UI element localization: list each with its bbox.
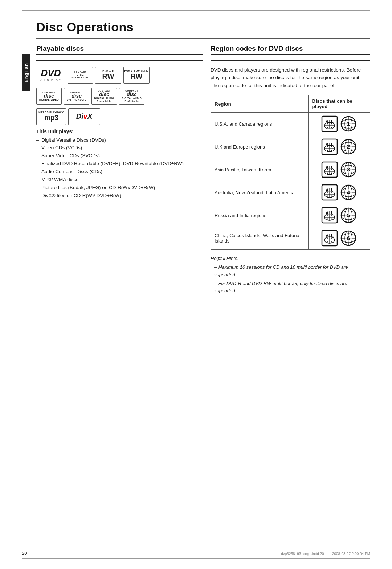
region-discs: ALL 4 [308, 181, 370, 204]
cd-digital-audio-recordable-logo: COMPACT disc DIGITAL AUDIORecordable [91, 88, 117, 105]
cd-digital-video-logo: COMPACT disc DIGITAL VIDEO [36, 88, 62, 105]
region-discs: ALL 1 [308, 113, 370, 135]
table-header-row: Region Discs that can be played [211, 95, 370, 113]
dvd-video-logo: DVD V I D E O™ [36, 66, 65, 84]
region-discs: ALL 6 [308, 227, 370, 250]
list-item: Digital Versatile Discs (DVDs) [36, 137, 203, 144]
page-number: 20 [22, 550, 27, 556]
svg-text:5: 5 [347, 212, 350, 218]
list-item-mp3: MP3/ WMA discs [36, 176, 203, 184]
page-container: English Disc Operations Playable discs D… [0, 0, 392, 569]
top-border [22, 10, 370, 11]
disc-logos: DVD V I D E O™ COMPACT disc SUPER VIDEO … [36, 66, 203, 84]
list-item: Audio Compact Discs (CDs) [36, 168, 203, 176]
region-name: Russia and India regions [211, 204, 309, 227]
cd-digital-audio-logo: COMPACT disc DIGITAL AUDIO [64, 88, 89, 105]
list-item: Super Video CDs (SVCDs) [36, 152, 203, 160]
list-item-divx: DivX® files on CD-R(W)/ DVD+R(W) [36, 192, 203, 200]
bottom-border [22, 558, 370, 559]
table-row: U.S.A. and Canada regions ALL 1 [211, 113, 370, 135]
region-name: Australia, New Zealand, Latin America [211, 181, 309, 204]
svg-text:6: 6 [347, 235, 350, 241]
region-section-rule-top [211, 54, 370, 55]
cd-digital-audio-rewritable-logo: COMPACT disc DIGITAL AUDIOReWritable [119, 88, 144, 105]
footer-left-meta: dvp3258_93_eng1.indd 20 2008-03-27 2:00:… [281, 552, 370, 556]
discs-column-header: Discs that can be played [308, 95, 370, 113]
svg-text:4: 4 [347, 189, 350, 195]
region-name: U.K and Europe regions [211, 135, 309, 158]
right-column: Region codes for DVD discs DVD discs and… [211, 42, 370, 294]
title-rule [36, 38, 370, 39]
table-row: U.K and Europe regions ALL 2 [211, 135, 370, 158]
table-row: Asia Pacific, Taiwan, Korea ALL 3 [211, 158, 370, 181]
plays-list: Digital Versatile Discs (DVDs) Video CDs… [36, 137, 203, 200]
table-row: China, Calcos Islands, Walls and Futuna … [211, 227, 370, 250]
disc-logos-row2: COMPACT disc DIGITAL VIDEO COMPACT disc … [36, 88, 203, 105]
divx-logo: DivX [68, 108, 100, 125]
hints-title: Helpful Hints: [211, 255, 370, 262]
list-item-picture: Picture files (Kodak, JPEG) on CD-R(W)/D… [36, 184, 203, 192]
hint-item-2: – For DVD-R and DVD-RW multi border, onl… [211, 280, 370, 294]
svg-text:2: 2 [347, 143, 350, 150]
section-rule-bottom [36, 60, 203, 61]
region-table: Region Discs that can be played U.S.A. a… [211, 95, 370, 250]
helpful-hints: Helpful Hints: – Maximum 10 sessions for… [211, 255, 370, 294]
side-tab: English [22, 54, 30, 91]
region-discs: ALL 2 [308, 135, 370, 158]
region-discs: ALL 5 [308, 204, 370, 227]
hint-item-1: – Maximum 10 sessions for CD and 10 mult… [211, 264, 370, 278]
footer: 20 dvp3258_93_eng1.indd 20 2008-03-27 2:… [22, 550, 370, 556]
list-item: Finalized DVD Recordable (DVD±R), DVD Re… [36, 160, 203, 168]
region-section-rule-bottom [211, 60, 370, 61]
page-title: Disc Operations [36, 20, 134, 34]
left-column: Playable discs DVD V I D E O™ COMPACT di… [36, 42, 203, 200]
region-column-header: Region [211, 95, 309, 113]
table-row: Australia, New Zealand, Latin America AL… [211, 181, 370, 204]
plays-title: This unit plays: [36, 129, 203, 134]
region-name: U.S.A. and Canada regions [211, 113, 309, 135]
region-intro: DVD discs and players are designed with … [211, 66, 370, 90]
region-name: China, Calcos Islands, Walls and Futuna … [211, 227, 309, 250]
dvd-plus-r-logo: DVD + R RW [95, 67, 121, 84]
playable-discs-title: Playable discs [36, 45, 203, 53]
region-codes-title: Region codes for DVD discs [211, 45, 370, 53]
section-rule-top [36, 54, 203, 55]
disc-logos-row3: MP3-CD PLAYBACK mp3 DivX [36, 108, 203, 125]
region-discs: ALL 3 [308, 158, 370, 181]
list-item: Video CDs (VCDs) [36, 144, 203, 152]
mp3-logo: MP3-CD PLAYBACK mp3 [36, 108, 66, 125]
svg-text:1: 1 [347, 121, 350, 127]
table-row: Russia and India regions ALL 5 [211, 204, 370, 227]
region-name: Asia Pacific, Taiwan, Korea [211, 158, 309, 181]
dvd-plus-rewritable-logo: DVD + ReWritable RW [123, 67, 150, 84]
svg-text:3: 3 [347, 166, 350, 172]
cd-super-video-logo: COMPACT disc SUPER VIDEO [68, 67, 93, 84]
